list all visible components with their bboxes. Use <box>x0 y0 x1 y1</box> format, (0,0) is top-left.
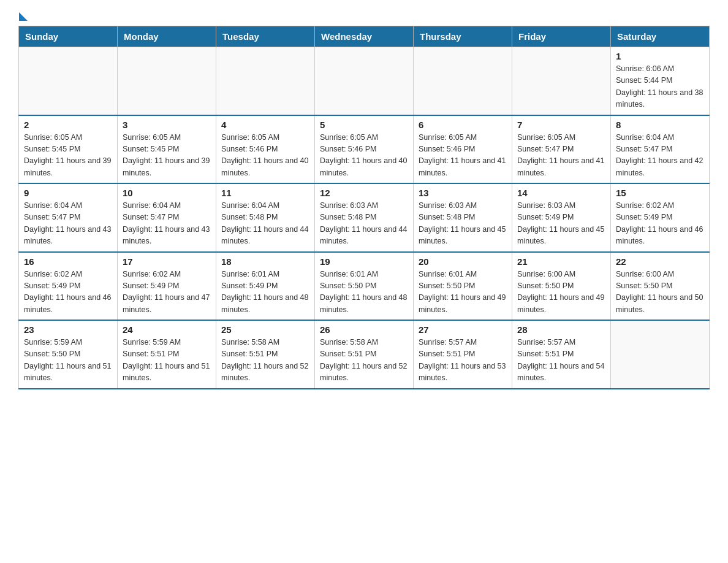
weekday-saturday: Saturday <box>611 26 710 47</box>
day-info: Sunrise: 6:05 AM Sunset: 5:46 PM Dayligh… <box>419 132 507 180</box>
day-number: 7 <box>517 120 605 130</box>
day-info: Sunrise: 5:58 AM Sunset: 5:51 PM Dayligh… <box>320 337 408 385</box>
day-number: 11 <box>221 188 309 198</box>
calendar-cell: 7Sunrise: 6:05 AM Sunset: 5:47 PM Daylig… <box>512 115 611 184</box>
calendar-cell <box>414 47 512 115</box>
calendar-cell: 11Sunrise: 6:04 AM Sunset: 5:48 PM Dayli… <box>216 183 315 252</box>
weekday-wednesday: Wednesday <box>315 26 414 47</box>
day-info: Sunrise: 6:02 AM Sunset: 5:49 PM Dayligh… <box>24 269 112 316</box>
day-info: Sunrise: 6:05 AM Sunset: 5:45 PM Dayligh… <box>123 132 211 180</box>
calendar-cell: 1Sunrise: 6:06 AM Sunset: 5:44 PM Daylig… <box>611 47 710 115</box>
day-info: Sunrise: 6:00 AM Sunset: 5:50 PM Dayligh… <box>517 269 605 316</box>
day-number: 28 <box>517 324 605 335</box>
calendar-week-2: 2Sunrise: 6:05 AM Sunset: 5:45 PM Daylig… <box>19 115 710 184</box>
day-info: Sunrise: 6:00 AM Sunset: 5:50 PM Dayligh… <box>616 269 704 316</box>
day-number: 16 <box>24 256 112 267</box>
day-info: Sunrise: 6:05 AM Sunset: 5:46 PM Dayligh… <box>320 132 408 180</box>
calendar-cell: 25Sunrise: 5:58 AM Sunset: 5:51 PM Dayli… <box>216 320 315 389</box>
calendar-header: SundayMondayTuesdayWednesdayThursdayFrid… <box>19 26 710 47</box>
weekday-sunday: Sunday <box>19 26 118 47</box>
weekday-header-row: SundayMondayTuesdayWednesdayThursdayFrid… <box>19 26 710 47</box>
day-number: 20 <box>419 256 507 267</box>
calendar-cell <box>19 47 118 115</box>
day-info: Sunrise: 6:02 AM Sunset: 5:49 PM Dayligh… <box>616 200 704 248</box>
day-number: 22 <box>616 256 704 267</box>
calendar-cell: 8Sunrise: 6:04 AM Sunset: 5:47 PM Daylig… <box>611 115 710 184</box>
calendar-cell: 2Sunrise: 6:05 AM Sunset: 5:45 PM Daylig… <box>19 115 118 184</box>
weekday-tuesday: Tuesday <box>216 26 315 47</box>
day-info: Sunrise: 5:57 AM Sunset: 5:51 PM Dayligh… <box>419 337 507 385</box>
calendar-cell: 20Sunrise: 6:01 AM Sunset: 5:50 PM Dayli… <box>414 252 512 321</box>
calendar-cell: 15Sunrise: 6:02 AM Sunset: 5:49 PM Dayli… <box>611 183 710 252</box>
day-info: Sunrise: 6:02 AM Sunset: 5:49 PM Dayligh… <box>123 269 211 316</box>
day-info: Sunrise: 6:03 AM Sunset: 5:48 PM Dayligh… <box>419 200 507 248</box>
weekday-monday: Monday <box>118 26 216 47</box>
day-info: Sunrise: 5:59 AM Sunset: 5:50 PM Dayligh… <box>24 337 112 385</box>
calendar-cell <box>315 47 414 115</box>
day-info: Sunrise: 5:57 AM Sunset: 5:51 PM Dayligh… <box>517 337 605 385</box>
calendar-body: 1Sunrise: 6:06 AM Sunset: 5:44 PM Daylig… <box>19 47 710 389</box>
calendar-week-5: 23Sunrise: 5:59 AM Sunset: 5:50 PM Dayli… <box>19 320 710 389</box>
day-number: 17 <box>123 256 211 267</box>
day-info: Sunrise: 6:03 AM Sunset: 5:49 PM Dayligh… <box>517 200 605 248</box>
calendar-cell: 9Sunrise: 6:04 AM Sunset: 5:47 PM Daylig… <box>19 183 118 252</box>
day-number: 14 <box>517 188 605 198</box>
calendar-cell: 24Sunrise: 5:59 AM Sunset: 5:51 PM Dayli… <box>118 320 216 389</box>
calendar-cell <box>512 47 611 115</box>
calendar-cell: 26Sunrise: 5:58 AM Sunset: 5:51 PM Dayli… <box>315 320 414 389</box>
calendar-cell: 27Sunrise: 5:57 AM Sunset: 5:51 PM Dayli… <box>414 320 512 389</box>
logo <box>18 12 28 20</box>
calendar-cell: 23Sunrise: 5:59 AM Sunset: 5:50 PM Dayli… <box>19 320 118 389</box>
calendar-cell: 16Sunrise: 6:02 AM Sunset: 5:49 PM Dayli… <box>19 252 118 321</box>
calendar-cell: 6Sunrise: 6:05 AM Sunset: 5:46 PM Daylig… <box>414 115 512 184</box>
day-number: 1 <box>616 51 704 61</box>
day-number: 24 <box>123 324 211 335</box>
weekday-thursday: Thursday <box>414 26 512 47</box>
calendar-cell: 28Sunrise: 5:57 AM Sunset: 5:51 PM Dayli… <box>512 320 611 389</box>
logo-arrow-icon <box>19 12 28 21</box>
day-info: Sunrise: 6:04 AM Sunset: 5:47 PM Dayligh… <box>123 200 211 248</box>
day-number: 23 <box>24 324 112 335</box>
calendar-week-4: 16Sunrise: 6:02 AM Sunset: 5:49 PM Dayli… <box>19 252 710 321</box>
calendar-table: SundayMondayTuesdayWednesdayThursdayFrid… <box>18 26 710 389</box>
calendar-cell: 21Sunrise: 6:00 AM Sunset: 5:50 PM Dayli… <box>512 252 611 321</box>
day-number: 8 <box>616 120 704 130</box>
day-info: Sunrise: 6:01 AM Sunset: 5:49 PM Dayligh… <box>221 269 309 316</box>
calendar-cell: 19Sunrise: 6:01 AM Sunset: 5:50 PM Dayli… <box>315 252 414 321</box>
calendar-cell <box>118 47 216 115</box>
calendar-cell <box>611 320 710 389</box>
calendar-cell: 10Sunrise: 6:04 AM Sunset: 5:47 PM Dayli… <box>118 183 216 252</box>
calendar-cell: 5Sunrise: 6:05 AM Sunset: 5:46 PM Daylig… <box>315 115 414 184</box>
calendar-cell: 13Sunrise: 6:03 AM Sunset: 5:48 PM Dayli… <box>414 183 512 252</box>
calendar-cell <box>216 47 315 115</box>
calendar-cell: 12Sunrise: 6:03 AM Sunset: 5:48 PM Dayli… <box>315 183 414 252</box>
day-info: Sunrise: 6:04 AM Sunset: 5:47 PM Dayligh… <box>616 132 704 180</box>
calendar-cell: 4Sunrise: 6:05 AM Sunset: 5:46 PM Daylig… <box>216 115 315 184</box>
day-number: 10 <box>123 188 211 198</box>
day-number: 18 <box>221 256 309 267</box>
day-info: Sunrise: 5:59 AM Sunset: 5:51 PM Dayligh… <box>123 337 211 385</box>
day-number: 2 <box>24 120 112 130</box>
day-number: 15 <box>616 188 704 198</box>
day-number: 9 <box>24 188 112 198</box>
calendar-cell: 18Sunrise: 6:01 AM Sunset: 5:49 PM Dayli… <box>216 252 315 321</box>
day-number: 4 <box>221 120 309 130</box>
day-number: 3 <box>123 120 211 130</box>
day-info: Sunrise: 5:58 AM Sunset: 5:51 PM Dayligh… <box>221 337 309 385</box>
day-info: Sunrise: 6:04 AM Sunset: 5:48 PM Dayligh… <box>221 200 309 248</box>
calendar-week-1: 1Sunrise: 6:06 AM Sunset: 5:44 PM Daylig… <box>19 47 710 115</box>
day-info: Sunrise: 6:01 AM Sunset: 5:50 PM Dayligh… <box>419 269 507 316</box>
day-info: Sunrise: 6:05 AM Sunset: 5:47 PM Dayligh… <box>517 132 605 180</box>
day-number: 12 <box>320 188 408 198</box>
day-number: 19 <box>320 256 408 267</box>
day-info: Sunrise: 6:06 AM Sunset: 5:44 PM Dayligh… <box>616 63 704 111</box>
calendar-week-3: 9Sunrise: 6:04 AM Sunset: 5:47 PM Daylig… <box>19 183 710 252</box>
day-number: 27 <box>419 324 507 335</box>
day-number: 6 <box>419 120 507 130</box>
day-info: Sunrise: 6:05 AM Sunset: 5:45 PM Dayligh… <box>24 132 112 180</box>
page-header <box>18 12 710 20</box>
weekday-friday: Friday <box>512 26 611 47</box>
calendar-cell: 14Sunrise: 6:03 AM Sunset: 5:49 PM Dayli… <box>512 183 611 252</box>
day-info: Sunrise: 6:05 AM Sunset: 5:46 PM Dayligh… <box>221 132 309 180</box>
day-number: 26 <box>320 324 408 335</box>
